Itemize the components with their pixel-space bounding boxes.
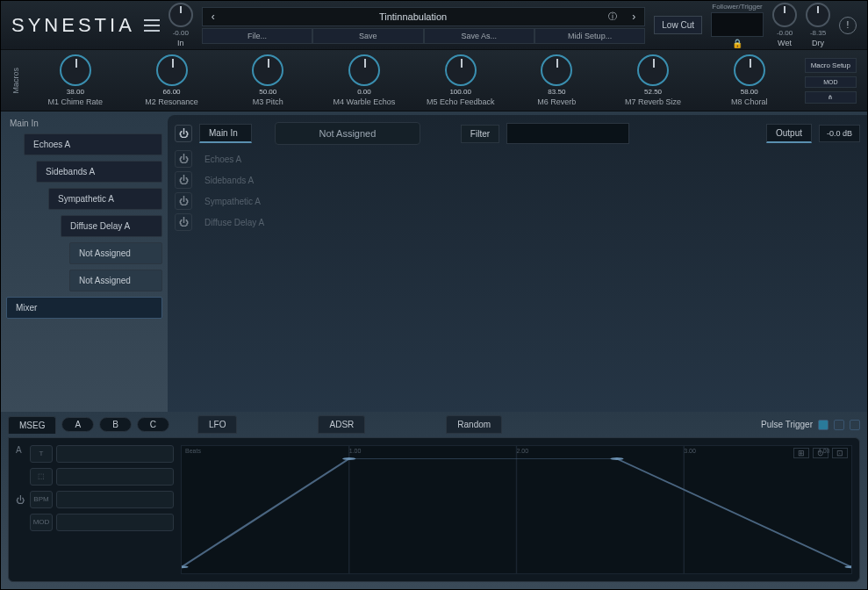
tree-node[interactable]: Diffuse Delay A	[61, 215, 162, 237]
macro-knob-6[interactable]: 83.50M6 Reverb	[509, 54, 606, 106]
channel-row-label[interactable]: Sidebands A	[197, 172, 261, 189]
tab-lfo[interactable]: LFO	[197, 415, 237, 434]
channel-power-button[interactable]: ⏻	[175, 125, 192, 142]
mseg-slot-a[interactable]: A	[61, 417, 94, 432]
warning-icon[interactable]: !	[839, 17, 857, 34]
macro-knob-3[interactable]: 50.00M3 Pitch	[219, 54, 316, 106]
svg-point-6	[844, 565, 851, 568]
channel-power-button[interactable]: ⏻	[175, 150, 192, 168]
tree-node[interactable]: Echoes A	[24, 133, 162, 155]
mod-ctrl-field[interactable]	[56, 491, 174, 508]
pulse-led-1[interactable]	[818, 420, 829, 430]
macro-label: M8 Choral	[731, 97, 768, 106]
channel-row-label[interactable]: Sympathetic A	[197, 193, 268, 210]
macro-label: M4 Warble Echos	[334, 97, 396, 106]
svg-point-4	[342, 457, 355, 460]
tree-node[interactable]: Sympathetic A	[48, 188, 162, 210]
tree-node[interactable]: Sidebands A	[36, 161, 162, 183]
filter-display[interactable]	[506, 123, 629, 144]
tab-mseg[interactable]: MSEG	[8, 416, 56, 434]
filter-button[interactable]: Filter	[461, 125, 499, 143]
macro-value: 52.50	[644, 88, 662, 96]
input-gain-value: -0.00	[173, 29, 189, 37]
input-gain-label: In	[177, 39, 184, 47]
macro-label: M6 Reverb	[537, 97, 576, 106]
macro-knob-1[interactable]: 38.00M1 Chime Rate	[27, 54, 124, 106]
pulse-led-2[interactable]	[834, 420, 844, 430]
mod-ctrl-button[interactable]: MOD	[30, 514, 53, 531]
macro-knob-4[interactable]: 0.00M4 Warble Echos	[316, 54, 412, 106]
mod-routing-button[interactable]: MOD	[805, 76, 857, 88]
graph-snap-icon[interactable]: ⊞	[793, 448, 809, 458]
output-db-value[interactable]: -0.0 dB	[819, 125, 860, 142]
wet-knob[interactable]: -0.00 Wet	[772, 3, 797, 47]
macro-knob-2[interactable]: 66.00M2 Resonance	[124, 54, 220, 106]
mod-ctrl-button[interactable]: BPM	[30, 491, 53, 508]
preset-name[interactable]: Tintinnabulation	[224, 11, 603, 22]
macro-knob-8[interactable]: 58.00M8 Choral	[701, 54, 798, 106]
pulse-led-3[interactable]	[850, 420, 860, 430]
midi-setup-button[interactable]: Midi Setup...	[534, 28, 645, 44]
macro-knob-5[interactable]: 100.00M5 Echo Feedback	[412, 54, 509, 106]
macro-value: 66.00	[163, 88, 181, 96]
mseg-slot-b[interactable]: B	[99, 417, 132, 432]
channel-power-button[interactable]: ⏻	[175, 213, 192, 231]
dry-knob[interactable]: -8.35 Dry	[806, 3, 830, 47]
macro-label: M2 Resonance	[145, 97, 198, 106]
channel-row-label[interactable]: Diffuse Delay A	[197, 214, 271, 231]
mod-ctrl-button[interactable]: ⬚	[30, 468, 53, 486]
mod-ctrl-field[interactable]	[56, 468, 174, 486]
macro-knob-7[interactable]: 52.50M7 Reverb Size	[605, 54, 701, 106]
mod-ctrl-field[interactable]	[56, 514, 174, 531]
macro-label: M3 Pitch	[253, 97, 283, 106]
graph-fit-icon[interactable]: ⊡	[832, 448, 848, 458]
graph-zoom-icon[interactable]: ⊙	[813, 448, 829, 458]
channel-power-button[interactable]: ⏻	[175, 171, 192, 189]
save-as-button[interactable]: Save As...	[424, 28, 534, 44]
mseg-power-icon[interactable]: ⏻	[16, 495, 25, 505]
tree-node[interactable]: Not Assigned	[69, 270, 162, 291]
input-gain-knob[interactable]: -0.00 In	[169, 3, 193, 47]
follower-display[interactable]	[711, 12, 764, 37]
save-button[interactable]: Save	[312, 28, 423, 44]
tab-random[interactable]: Random	[446, 415, 502, 434]
macro-value: 0.00	[357, 88, 371, 96]
hamburger-menu-icon[interactable]	[144, 19, 160, 32]
graph-tick-3: 3.00	[684, 448, 696, 454]
lock-icon[interactable]: 🔒	[732, 39, 742, 48]
tree-root-label: Main In	[6, 119, 162, 128]
tree-node[interactable]: Mixer	[6, 297, 162, 319]
tab-adsr[interactable]: ADSR	[318, 415, 365, 434]
graph-tick-2: 2.00	[517, 448, 529, 454]
file-button[interactable]: File...	[202, 28, 312, 44]
mod-graph-icon[interactable]: ⋔	[805, 91, 857, 104]
wet-value: -0.00	[777, 29, 793, 37]
preset-prev-button[interactable]: ‹	[203, 11, 224, 23]
preset-info-icon[interactable]: ⓘ	[602, 11, 623, 23]
macros-section-label: Macros	[11, 68, 20, 94]
dry-label: Dry	[812, 39, 824, 47]
app-logo: SYNESTIA	[11, 14, 135, 37]
macro-label: M5 Echo Feedback	[427, 97, 495, 106]
mod-ctrl-field[interactable]	[56, 445, 174, 463]
mod-ctrl-button[interactable]: T	[30, 445, 53, 463]
macro-label: M7 Reverb Size	[625, 97, 681, 106]
channel-power-button[interactable]: ⏻	[175, 192, 192, 210]
mseg-envelope-graph[interactable]: Beats 1.00 2.00 3.00 4.00 ⊞ ⊙ ⊡	[181, 445, 852, 574]
wet-label: Wet	[778, 39, 792, 47]
macro-setup-button[interactable]: Macro Setup	[805, 58, 857, 73]
macro-value: 38.00	[67, 88, 84, 96]
effect-slot[interactable]: Not Assigned	[275, 122, 420, 145]
preset-next-button[interactable]: ›	[623, 11, 644, 23]
channel-row-label[interactable]: Echoes A	[197, 151, 248, 168]
macro-label: M1 Chime Rate	[48, 97, 104, 106]
macro-value: 100.00	[449, 88, 470, 96]
mseg-side-label: A	[16, 445, 25, 455]
mseg-slot-c[interactable]: C	[137, 417, 169, 432]
svg-point-3	[182, 565, 189, 568]
pulse-trigger-label: Pulse Trigger	[761, 420, 813, 429]
lowcut-button[interactable]: Low Cut	[654, 16, 702, 34]
channel-name[interactable]: Main In	[199, 124, 252, 143]
tree-node[interactable]: Not Assigned	[69, 242, 162, 264]
output-label[interactable]: Output	[766, 124, 812, 143]
